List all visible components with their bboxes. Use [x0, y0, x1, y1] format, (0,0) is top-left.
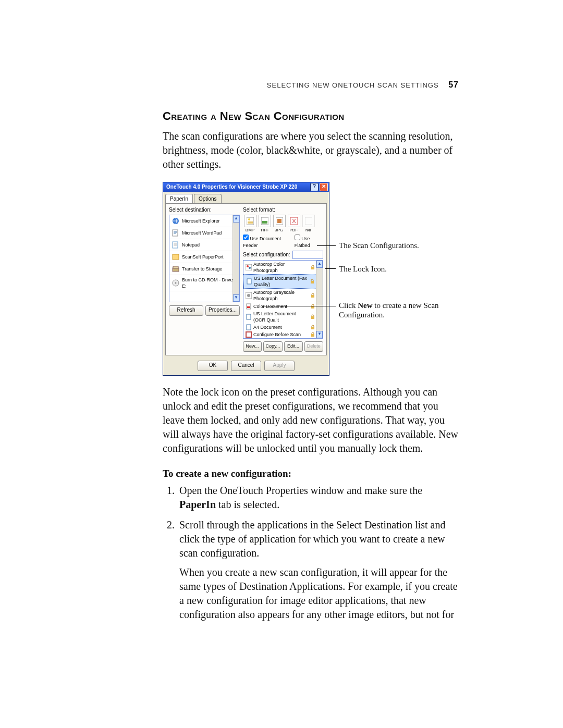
list-item-label: Notepad [182, 242, 200, 248]
dialog-bottom-buttons: OK Cancel Apply [163, 357, 329, 375]
copy-button[interactable]: Copy... [263, 341, 282, 352]
config-search-input[interactable] [292, 251, 323, 259]
procedure-list: Open the OneTouch Properties window and … [163, 484, 459, 622]
help-icon[interactable]: ? [310, 183, 319, 191]
figure: OneTouch 4.0 Properties for Visioneer St… [163, 182, 459, 376]
svg-rect-21 [247, 279, 251, 284]
callout-scan-configurations: The Scan Configurations. [339, 241, 419, 251]
list-item: Open the OneTouch Properties window and … [177, 484, 459, 512]
svg-rect-14 [277, 219, 282, 223]
color-doc-icon [246, 303, 252, 310]
wordpad-icon [172, 229, 180, 237]
destination-column: Select destination: Microsoft Explorer [169, 206, 240, 352]
list-item[interactable]: Microsoft WordPad [169, 227, 239, 239]
svg-rect-35 [311, 334, 314, 337]
use-flatbed-checkbox[interactable]: Use Flatbed [295, 235, 323, 248]
format-na[interactable]: n/a [301, 215, 315, 233]
list-item[interactable]: Notepad [169, 239, 239, 251]
new-button[interactable]: New... [243, 341, 262, 352]
running-header: Selecting New OneTouch Scan Settings 57 [267, 79, 459, 91]
configure-icon [246, 331, 252, 338]
format-tiff[interactable]: TIFF [258, 215, 272, 233]
use-doc-feeder-checkbox[interactable]: Use Document Feeder [243, 235, 291, 248]
close-icon[interactable]: ✕ [320, 183, 328, 191]
destination-list[interactable]: Microsoft Explorer Microsoft WordPad [169, 215, 240, 302]
intro-paragraph: The scan configurations are where you se… [163, 129, 459, 171]
running-header-text: Selecting New OneTouch Scan Settings [267, 81, 439, 89]
svg-rect-29 [247, 314, 251, 319]
list-item[interactable]: Microsoft Explorer [169, 215, 239, 227]
manual-page: Selecting New OneTouch Scan Settings 57 … [0, 0, 563, 728]
format-bmp[interactable]: BMP [243, 215, 257, 233]
delete-button[interactable]: Delete [304, 341, 323, 352]
scroll-down-icon[interactable]: ▼ [316, 331, 323, 338]
scroll-up-icon[interactable]: ▲ [316, 261, 323, 268]
list-item[interactable]: Burn to CD-ROM - Drive E: [169, 275, 239, 291]
callout-lock-icon: The Lock Icon. [339, 264, 387, 274]
edit-button[interactable]: Edit... [284, 341, 303, 352]
svg-point-18 [247, 265, 249, 267]
properties-dialog: OneTouch 4.0 Properties for Visioneer St… [163, 182, 329, 376]
list-item[interactable]: Transfer to Storage [169, 263, 239, 275]
config-scrollbar[interactable]: ▲ ▼ [316, 261, 323, 339]
dialog-title: OneTouch 4.0 Properties for Visioneer St… [166, 183, 297, 191]
format-grid: BMP TIFF JPG PDF n/a [243, 215, 323, 233]
paperport-icon [172, 253, 180, 261]
scroll-down-icon[interactable]: ▼ [233, 294, 239, 302]
page-number: 57 [448, 80, 459, 89]
format-config-column: Select format: BMP TIFF JPG PDF n/a Use … [243, 206, 323, 352]
tab-paperin[interactable]: PaperIn [165, 194, 193, 204]
document-icon [246, 278, 252, 285]
format-jpg[interactable]: JPG [272, 215, 286, 233]
dialog-titlebar: OneTouch 4.0 Properties for Visioneer St… [163, 182, 329, 192]
properties-button[interactable]: Properties... [205, 305, 240, 316]
svg-rect-25 [311, 295, 314, 298]
apply-button[interactable]: Apply [264, 361, 295, 371]
ok-button[interactable]: OK [198, 361, 228, 371]
svg-rect-27 [247, 306, 250, 308]
procedure-subhead: To create a new configuration: [163, 467, 459, 480]
svg-rect-34 [247, 332, 251, 337]
lock-icon [310, 265, 315, 270]
ie-icon [172, 217, 180, 225]
document-icon [246, 324, 252, 330]
list-item-label: Microsoft WordPad [182, 230, 222, 236]
cd-icon [172, 279, 180, 287]
destination-label: Select destination: [169, 206, 240, 214]
config-item[interactable]: A4 Document [243, 324, 323, 331]
svg-rect-31 [247, 325, 251, 330]
config-item[interactable]: Autocrop Grayscale Photograph [243, 289, 323, 302]
svg-rect-30 [311, 316, 314, 319]
svg-rect-3 [173, 254, 179, 260]
tab-options[interactable]: Options [194, 194, 221, 204]
config-item[interactable]: Autocrop Color Photograph [243, 261, 323, 274]
config-label: Select configuration: [243, 251, 290, 258]
destination-scrollbar[interactable]: ▲ ▼ [232, 215, 239, 302]
svg-rect-1 [173, 230, 178, 236]
storage-icon [172, 265, 180, 273]
grayscale-photo-icon [246, 292, 252, 299]
list-item-label: Transfer to Storage [182, 266, 222, 272]
format-label: Select format: [243, 206, 323, 214]
config-item[interactable]: US Letter Document (OCR Qualit [243, 310, 323, 324]
list-item[interactable]: ScanSoft PaperPort [169, 251, 239, 263]
format-pdf[interactable]: PDF [287, 215, 301, 233]
lock-icon [310, 293, 315, 298]
svg-point-19 [249, 267, 251, 269]
svg-rect-16 [305, 217, 312, 225]
svg-rect-2 [173, 242, 178, 248]
document-icon [246, 314, 252, 320]
config-list[interactable]: Autocrop Color Photograph US Letter Docu… [243, 260, 323, 339]
notepad-icon [172, 241, 180, 249]
scroll-up-icon[interactable]: ▲ [233, 215, 239, 223]
lock-icon [310, 279, 315, 284]
step-note: When you create a new scan configuration… [179, 565, 459, 622]
list-item-label: Microsoft Explorer [182, 218, 220, 224]
svg-point-7 [175, 282, 177, 283]
svg-rect-32 [311, 327, 314, 329]
refresh-button[interactable]: Refresh [169, 305, 203, 316]
color-photo-icon [246, 264, 252, 270]
cancel-button[interactable]: Cancel [231, 361, 261, 371]
config-item[interactable]: US Letter Document (Fax Quality) [243, 274, 323, 289]
config-item[interactable]: Configure Before Scan [243, 331, 323, 338]
